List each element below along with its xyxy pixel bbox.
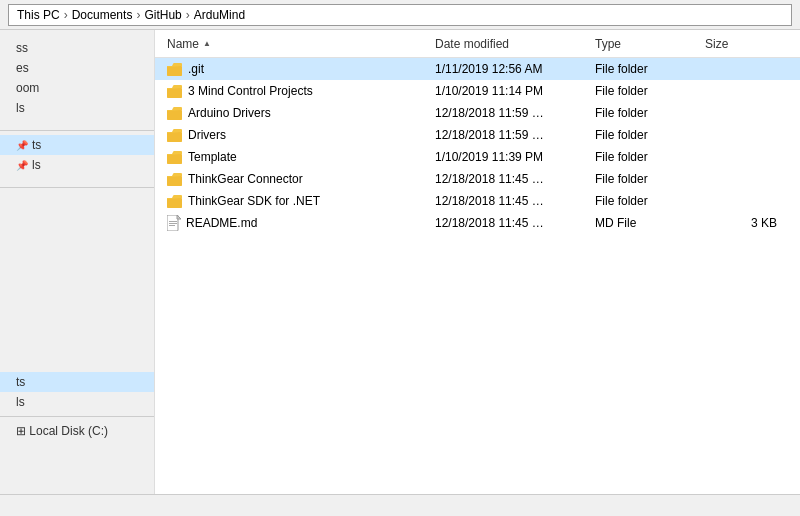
- address-bar: This PC › Documents › GitHub › ArduMind: [0, 0, 800, 30]
- file-size: 3 KB: [705, 216, 785, 230]
- breadcrumb-github: GitHub: [144, 8, 181, 22]
- sidebar-item-ls3[interactable]: ls: [0, 392, 154, 412]
- svg-rect-18: [169, 223, 177, 224]
- sidebar-item-ls2[interactable]: 📌ls: [0, 155, 154, 175]
- col-size-header[interactable]: Size: [705, 37, 785, 51]
- sidebar-item-ts[interactable]: 📌ts: [0, 135, 154, 155]
- sidebar-item-ss[interactable]: ss: [0, 38, 154, 58]
- status-bar: [0, 494, 800, 516]
- sidebar: ss es oom ls 📌ts 📌ls ts ls ⊞ Local Disk …: [0, 30, 155, 494]
- file-list: .git1/11/2019 12:56 AMFile folder 3 Mind…: [155, 58, 800, 494]
- svg-rect-5: [167, 110, 182, 120]
- col-date-header[interactable]: Date modified: [435, 37, 595, 51]
- folder-icon: [167, 129, 183, 142]
- file-name-text: Drivers: [188, 128, 226, 142]
- svg-rect-13: [167, 198, 182, 208]
- file-name-text: .git: [188, 62, 204, 76]
- svg-rect-11: [167, 176, 182, 186]
- sidebar-drive[interactable]: ⊞ Local Disk (C:): [0, 421, 154, 441]
- svg-rect-9: [167, 154, 182, 164]
- folder-icon: [167, 173, 183, 186]
- file-name: Arduino Drivers: [155, 106, 435, 120]
- file-type: File folder: [595, 106, 705, 120]
- sort-arrow: ▲: [203, 39, 211, 48]
- sidebar-item-oom[interactable]: oom: [0, 78, 154, 98]
- file-type: File folder: [595, 194, 705, 208]
- file-type: File folder: [595, 128, 705, 142]
- file-icon: [167, 215, 181, 231]
- table-row[interactable]: ThinkGear Connector12/18/2018 11:45 …Fil…: [155, 168, 800, 190]
- file-name-text: Arduino Drivers: [188, 106, 271, 120]
- breadcrumb-thispc: This PC: [17, 8, 60, 22]
- file-name: Drivers: [155, 128, 435, 142]
- column-headers: Name ▲ Date modified Type Size: [155, 30, 800, 58]
- folder-icon: [167, 195, 183, 208]
- table-row[interactable]: Arduino Drivers12/18/2018 11:59 …File fo…: [155, 102, 800, 124]
- col-type-header[interactable]: Type: [595, 37, 705, 51]
- file-name-text: ThinkGear Connector: [188, 172, 303, 186]
- file-name: 3 Mind Control Projects: [155, 84, 435, 98]
- file-date: 12/18/2018 11:45 …: [435, 216, 595, 230]
- file-type: File folder: [595, 172, 705, 186]
- file-date: 12/18/2018 11:45 …: [435, 194, 595, 208]
- breadcrumb-ardumind: ArduMind: [194, 8, 245, 22]
- svg-rect-17: [169, 221, 177, 222]
- file-name: README.md: [155, 215, 435, 231]
- folder-icon: [167, 63, 183, 76]
- table-row[interactable]: Drivers12/18/2018 11:59 …File folder: [155, 124, 800, 146]
- svg-rect-1: [167, 66, 182, 76]
- content-area: Name ▲ Date modified Type Size .git1/11/…: [155, 30, 800, 494]
- file-name: ThinkGear Connector: [155, 172, 435, 186]
- folder-icon: [167, 107, 183, 120]
- pin-icon: 📌: [16, 140, 28, 152]
- file-name-text: README.md: [186, 216, 257, 230]
- file-date: 12/18/2018 11:45 …: [435, 172, 595, 186]
- breadcrumb[interactable]: This PC › Documents › GitHub › ArduMind: [8, 4, 792, 26]
- file-type: MD File: [595, 216, 705, 230]
- file-name: ThinkGear SDK for .NET: [155, 194, 435, 208]
- file-name-text: ThinkGear SDK for .NET: [188, 194, 320, 208]
- file-date: 1/10/2019 11:39 PM: [435, 150, 595, 164]
- sidebar-item-ls1[interactable]: ls: [0, 98, 154, 118]
- table-row[interactable]: Template1/10/2019 11:39 PMFile folder: [155, 146, 800, 168]
- file-type: File folder: [595, 84, 705, 98]
- file-name: .git: [155, 62, 435, 76]
- table-row[interactable]: README.md12/18/2018 11:45 …MD File3 KB: [155, 212, 800, 234]
- file-date: 12/18/2018 11:59 …: [435, 128, 595, 142]
- sidebar-pinned: 📌ts 📌ls: [0, 135, 154, 175]
- svg-rect-7: [167, 132, 182, 142]
- svg-rect-3: [167, 88, 182, 98]
- col-name-header[interactable]: Name ▲: [155, 37, 435, 51]
- table-row[interactable]: .git1/11/2019 12:56 AMFile folder: [155, 58, 800, 80]
- file-name: Template: [155, 150, 435, 164]
- sidebar-item-selected[interactable]: ts: [0, 372, 154, 392]
- file-date: 1/11/2019 12:56 AM: [435, 62, 595, 76]
- table-row[interactable]: 3 Mind Control Projects1/10/2019 11:14 P…: [155, 80, 800, 102]
- folder-icon: [167, 85, 183, 98]
- file-type: File folder: [595, 150, 705, 164]
- sidebar-quick-access: ss es oom ls: [0, 38, 154, 118]
- pin-icon-2: 📌: [16, 160, 28, 172]
- file-name-text: 3 Mind Control Projects: [188, 84, 313, 98]
- breadcrumb-documents: Documents: [72, 8, 133, 22]
- svg-rect-19: [169, 225, 175, 226]
- table-row[interactable]: ThinkGear SDK for .NET12/18/2018 11:45 ……: [155, 190, 800, 212]
- folder-icon: [167, 151, 183, 164]
- sidebar-item-es[interactable]: es: [0, 58, 154, 78]
- file-type: File folder: [595, 62, 705, 76]
- file-date: 1/10/2019 11:14 PM: [435, 84, 595, 98]
- file-name-text: Template: [188, 150, 237, 164]
- file-date: 12/18/2018 11:59 …: [435, 106, 595, 120]
